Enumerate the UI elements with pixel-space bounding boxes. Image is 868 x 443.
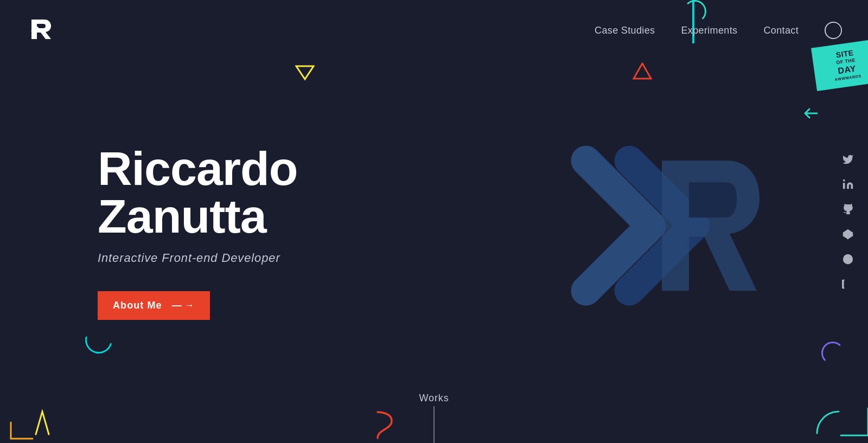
twitter-icon[interactable] <box>841 152 855 166</box>
about-me-button[interactable]: About Me —→ <box>98 291 210 320</box>
hero-name: Riccardo Zanutta <box>98 145 456 240</box>
social-sidebar <box>841 152 855 291</box>
hero-subtitle: Interactive Front-end Developer <box>98 251 868 265</box>
nav-contact[interactable]: Contact <box>763 25 799 36</box>
navbar: Case Studies Experiments Contact <box>0 0 868 61</box>
ribbon-awwwards[interactable]: SITE OF THE DAY AWWWARDS <box>814 43 868 108</box>
github-icon[interactable] <box>841 202 855 216</box>
works-label: Works <box>419 393 449 404</box>
works-line <box>434 406 435 443</box>
nav-links: Case Studies Experiments Contact <box>595 22 842 39</box>
linkedin-icon[interactable] <box>841 177 855 191</box>
svg-point-0 <box>843 179 845 181</box>
medium-icon[interactable] <box>841 277 855 291</box>
nav-experiments[interactable]: Experiments <box>681 25 737 36</box>
theme-toggle-button[interactable] <box>825 22 842 39</box>
codepen-icon[interactable] <box>841 227 855 241</box>
logo[interactable] <box>26 15 54 46</box>
btn-arrow: —→ <box>172 300 195 311</box>
about-me-label: About Me <box>113 300 162 311</box>
hero-section: Riccardo Zanutta Interactive Front-end D… <box>0 0 868 443</box>
dribbble-icon[interactable] <box>841 252 855 266</box>
nav-case-studies[interactable]: Case Studies <box>595 25 655 36</box>
svg-point-5 <box>843 254 853 264</box>
